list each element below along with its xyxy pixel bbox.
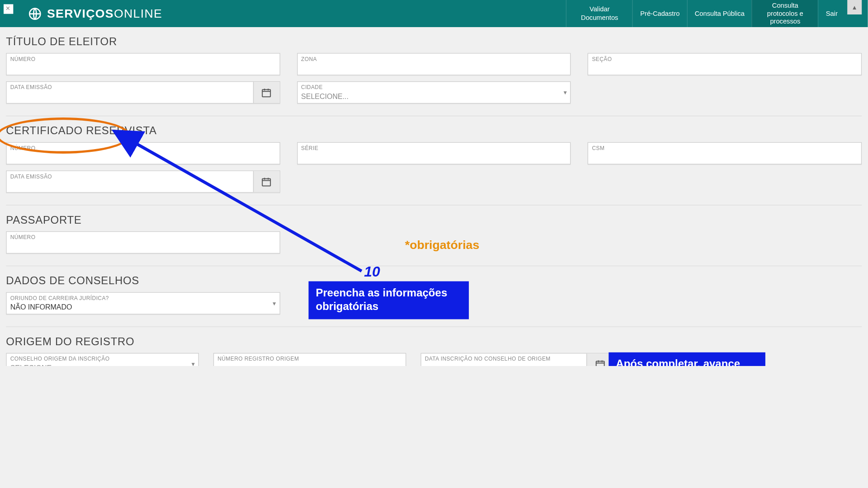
field-label: SEÇÃO: [592, 56, 857, 62]
titulo-data-emissao-field[interactable]: DATA EMISSÃO: [6, 81, 280, 103]
reservista-serie-input[interactable]: [301, 152, 566, 161]
reservista-data-emissao-field[interactable]: DATA EMISSÃO: [6, 170, 280, 192]
annotation-obrigatorias: *obrigatórias: [405, 238, 479, 252]
nav-sair[interactable]: Sair: [818, 0, 844, 27]
nav-consulta-protocolos[interactable]: Consulta protocolos e processos: [752, 0, 818, 27]
form-content: TÍTULO DE ELEITOR NÚMERO ZONA SEÇÃO: [0, 27, 868, 366]
passaporte-numero-field[interactable]: NÚMERO: [6, 231, 280, 253]
svg-rect-2: [262, 178, 270, 186]
topbar: SERVIÇOSONLINE Validar Documentos Pré-Ca…: [0, 0, 868, 27]
svg-rect-1: [262, 89, 270, 97]
field-label: DATA EMISSÃO: [10, 174, 250, 179]
origem-data-input[interactable]: [425, 362, 583, 366]
field-label: SÉRIE: [301, 145, 566, 151]
divider: [6, 205, 862, 205]
field-label: ZONA: [301, 56, 566, 62]
field-label: CIDADE: [301, 84, 566, 90]
titulo-numero-input[interactable]: [10, 63, 276, 72]
annotation-step-10-number: 10: [364, 263, 380, 280]
annotation-circle: [0, 117, 130, 154]
conselhos-carreira-select[interactable]: ORIUNDO DE CARREIRA JURÍDICA? NÃO INFORM…: [6, 292, 280, 314]
passaporte-numero-input[interactable]: [10, 241, 276, 250]
field-label: DATA EMISSÃO: [10, 84, 250, 90]
reservista-serie-field[interactable]: SÉRIE: [297, 142, 571, 164]
titulo-data-emissao-input[interactable]: [10, 91, 250, 100]
reservista-data-emissao-input[interactable]: [10, 180, 250, 190]
divider: [6, 266, 862, 266]
field-label: DATA INSCRIÇÃO NO CONSELHO DE ORIGEM: [425, 356, 583, 362]
divider: [6, 326, 862, 327]
annotation-step-11-box: Após completar, avance para a próxima pá…: [609, 352, 765, 366]
nav-consulta-publica[interactable]: Consulta Pública: [687, 0, 751, 27]
section-title-certificado-reservista: CERTIFICADO RESERVISTA: [6, 125, 862, 137]
chevron-down-icon: ▼: [190, 361, 196, 366]
titulo-secao-field[interactable]: SEÇÃO: [588, 53, 862, 75]
section-title-origem-registro: ORIGEM DO REGISTRO: [6, 335, 862, 348]
field-label: CONSELHO ORIGEM DA INSCRIÇÃO: [10, 356, 195, 362]
field-label: NÚMERO: [10, 235, 276, 240]
field-label: NÚMERO REGISTRO ORIGEM: [217, 356, 402, 362]
titulo-zona-field[interactable]: ZONA: [297, 53, 571, 75]
select-value: SELECIONE...: [301, 91, 566, 100]
broken-image-icon: [4, 4, 13, 14]
origem-data-field[interactable]: DATA INSCRIÇÃO NO CONSELHO DE ORIGEM: [420, 353, 613, 366]
divider: [6, 116, 862, 116]
calendar-icon[interactable]: [253, 171, 279, 192]
origem-conselho-select[interactable]: CONSELHO ORIGEM DA INSCRIÇÃO SELECIONE..…: [6, 353, 199, 366]
svg-rect-3: [596, 361, 604, 366]
chevron-down-icon: ▼: [272, 300, 277, 306]
brand-logo[interactable]: SERVIÇOSONLINE: [28, 6, 162, 21]
chevron-down-icon: ▼: [562, 89, 568, 95]
field-label: CSM: [592, 145, 857, 151]
scroll-up-button[interactable]: ▲: [847, 0, 862, 14]
select-value: SELECIONE...: [10, 362, 195, 366]
select-value: NÃO INFORMADO: [10, 302, 276, 311]
reservista-csm-input[interactable]: [592, 152, 857, 161]
section-title-passaporte: PASSAPORTE: [6, 214, 862, 226]
titulo-numero-field[interactable]: NÚMERO: [6, 53, 280, 75]
calendar-icon[interactable]: [253, 82, 279, 103]
globe-icon: [28, 6, 42, 21]
origem-numero-input[interactable]: [217, 362, 402, 366]
top-navigation: Validar Documentos Pré-Cadastro Consulta…: [566, 0, 845, 27]
field-label: ORIUNDO DE CARREIRA JURÍDICA?: [10, 295, 276, 301]
section-title-titulo-eleitor: TÍTULO DE ELEITOR: [6, 36, 862, 48]
nav-pre-cadastro[interactable]: Pré-Cadastro: [632, 0, 687, 27]
origem-numero-field[interactable]: NÚMERO REGISTRO ORIGEM: [213, 353, 406, 366]
titulo-secao-input[interactable]: [592, 63, 857, 72]
titulo-zona-input[interactable]: [301, 63, 566, 72]
nav-validar-documentos[interactable]: Validar Documentos: [566, 0, 632, 27]
brand-text: SERVIÇOSONLINE: [47, 7, 162, 21]
titulo-cidade-select[interactable]: CIDADE SELECIONE... ▼: [297, 81, 571, 103]
annotation-step-10-box: Preencha as informações obrigatórias: [308, 282, 469, 319]
reservista-csm-field[interactable]: CSM: [588, 142, 862, 164]
field-label: NÚMERO: [10, 56, 276, 62]
